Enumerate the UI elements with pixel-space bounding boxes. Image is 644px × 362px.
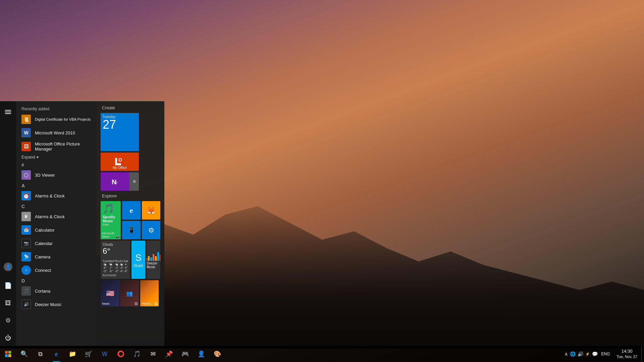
taskbar-app2[interactable]: 👤	[193, 346, 209, 362]
app-item-connect[interactable]: 📡 Camera	[16, 250, 97, 263]
forecast-thu: Thu 🌥 -2° -5°	[114, 259, 119, 273]
taskbar-app3[interactable]: 🎨	[209, 346, 225, 362]
forecast-sat-icon: ☀	[124, 263, 127, 266]
taskbar-sticky[interactable]: 📌	[161, 346, 177, 362]
taskbar-opera[interactable]: ⭕	[113, 346, 129, 362]
spotify-tile[interactable]: 🎵 Spotify Music Free Microsoft Store 📷	[101, 201, 121, 239]
taskbar: 🔍 ⧉ e 📁 🛒 W ⭕ 🎵 ✉ 📌 🎮 👤 🎨 ∧ 🌐 🔊 ⚡ 💬 ENG	[0, 346, 644, 362]
skype-label: Skype	[134, 264, 143, 267]
app-item-alarms[interactable]: ⏰ Alarms & Clock	[16, 189, 97, 202]
sidebar-icon-settings[interactable]: ⚙	[0, 312, 16, 328]
hamburger-menu[interactable]	[0, 104, 16, 120]
photos-tile[interactable]: Photos 🖼	[140, 280, 159, 306]
weather-temp: 6°	[103, 246, 110, 256]
forecast-thu-day: Thu	[114, 259, 119, 263]
tray-volume[interactable]: 🔊	[578, 351, 583, 357]
picture-manager-label: Microsoft Office Picture Manager	[35, 141, 91, 152]
forecast-tue-hi: 6°	[104, 266, 107, 269]
my-office-tile[interactable]: O My Office	[101, 153, 139, 171]
settings-gear-icon: ⚙	[148, 226, 154, 234]
taskbar-explorer[interactable]: 📁	[64, 346, 80, 362]
app-item-dolby[interactable]: 🔊 Deezer Music	[16, 298, 97, 311]
show-desktop-button[interactable]	[641, 346, 644, 362]
edge-tile[interactable]: e	[122, 201, 141, 220]
3dviewer-label: 3D Viewer	[35, 173, 55, 178]
taskbar-word[interactable]: W	[97, 346, 113, 362]
forecast-row: Tue 🌥 6° -2° Wed 🌦 1° -5° Thu	[103, 259, 128, 273]
tray-network[interactable]: 🌐	[570, 351, 576, 357]
digital-cert-icon: 📜	[21, 115, 31, 124]
expand-button[interactable]: Expand ▾	[16, 154, 97, 161]
tray-battery[interactable]: ⚡	[585, 352, 590, 356]
app-item-cortana[interactable]: ○ Connect	[16, 263, 97, 277]
onenote-tile[interactable]: N ♪ ⚙	[101, 172, 139, 191]
forecast-fri-lo: -6°	[119, 269, 123, 273]
letter-heading-d: D	[16, 277, 97, 284]
edge-icon: e	[130, 206, 133, 215]
app-item-word[interactable]: W Microsoft Word 2010	[16, 126, 97, 139]
app-item-camera[interactable]: 📷 Calendar	[16, 237, 97, 250]
connect-icon: 📡	[21, 252, 31, 261]
calendar-app-icon: 📅	[21, 225, 31, 235]
taskbar-deezer[interactable]: 🎵	[129, 346, 145, 362]
forecast-fri-hi: -3°	[119, 266, 123, 269]
sidebar-icon-pictures[interactable]: 🖼	[0, 295, 16, 311]
weather-tile[interactable]: Cloudy 6° Tue 🌥 6° -2° Wed 🌦	[101, 241, 130, 279]
forecast-wed-icon: 🌦	[109, 263, 112, 266]
app-item-3dviewer[interactable]: ⬡ 3D Viewer	[16, 168, 97, 182]
3dviewer-icon: ⬡	[21, 170, 31, 180]
forecast-tue-icon: 🌥	[104, 263, 107, 266]
skype-tile[interactable]: S Skype	[131, 241, 145, 279]
weather-location: Bucharest	[103, 274, 116, 277]
skype-icon: S	[135, 252, 142, 263]
forecast-wed: Wed 🌦 1° -5°	[108, 259, 114, 273]
taskbar-clock[interactable]: 14:30 Tue, Nov, 27	[612, 348, 641, 360]
news-tile[interactable]: 🇺🇸 👥 News 🖼	[101, 280, 139, 306]
news-img-icon: 🖼	[135, 302, 138, 305]
small-tiles-grid: e 🦊 📱 ⚙	[122, 201, 160, 239]
calculator-icon: 🖩	[21, 212, 31, 221]
news-label: News	[102, 302, 110, 305]
tray-expand[interactable]: ∧	[565, 351, 568, 357]
alarms-label: Alarms & Clock	[35, 193, 65, 198]
deezer-tile[interactable]: Deezer Music	[147, 241, 160, 279]
letter-heading-c: C	[16, 202, 97, 210]
start-menu: 👤 📄 🖼 ⚙ ⏻ Recently added 📜 Digital Certi…	[0, 101, 164, 346]
taskbar-taskview[interactable]: ⧉	[32, 346, 48, 362]
phone-tile[interactable]: 📱	[122, 221, 141, 239]
taskbar-mail[interactable]: ✉	[145, 346, 161, 362]
camera-icon: 📷	[21, 239, 31, 248]
taskbar-store[interactable]: 🛒	[80, 346, 97, 362]
bottom-tiles-row: 🇺🇸 👥 News 🖼 Photos 🖼	[101, 280, 160, 306]
forecast-thu-icon: 🌥	[115, 263, 118, 266]
sidebar-icon-power[interactable]: ⏻	[0, 330, 16, 346]
store-camera-icon: 📷	[116, 235, 119, 238]
firefox-tile[interactable]: 🦊	[142, 201, 160, 220]
taskbar-search[interactable]: 🔍	[16, 346, 32, 362]
forecast-fri-icon: 🌥	[120, 263, 123, 266]
language-indicator[interactable]: ENG	[601, 352, 610, 356]
taskbar-app1[interactable]: 🎮	[177, 346, 193, 362]
app-item-deezer[interactable]: 🎵 Cortana	[16, 284, 97, 298]
app-item-picture-manager[interactable]: 🖼 Microsoft Office Picture Manager	[16, 139, 97, 154]
app-item-digital-cert[interactable]: 📜 Digital Certificate for VBA Projects	[16, 113, 97, 126]
forecast-fri-day: Fri	[120, 259, 123, 263]
tray-action-center[interactable]: 💬	[592, 351, 598, 357]
taskbar-edge[interactable]: e	[48, 346, 64, 362]
desktop: 👤 📄 🖼 ⚙ ⏻ Recently added 📜 Digital Certi…	[0, 0, 644, 362]
calendar-label: Calculator	[35, 228, 55, 233]
settings-tile[interactable]: ⚙	[142, 221, 160, 239]
spotify-name: Spotify Music	[103, 215, 119, 223]
weather-condition: Cloudy	[103, 243, 113, 246]
app-item-calculator[interactable]: 🖩 Alarms & Clock	[16, 210, 97, 223]
sidebar-icon-user[interactable]: 👤	[0, 259, 16, 275]
forecast-tue: Tue 🌥 6° -2°	[103, 259, 108, 273]
start-app-list: Recently added 📜 Digital Certificate for…	[16, 101, 97, 346]
calendar-tile[interactable]: Tuesday 27	[101, 113, 139, 151]
app-item-calendar[interactable]: 📅 Calculator	[16, 223, 97, 237]
connect-label: Camera	[35, 254, 50, 259]
start-button[interactable]	[0, 346, 16, 362]
sidebar-icon-documents[interactable]: 📄	[0, 278, 16, 294]
start-sidebar: 👤 📄 🖼 ⚙ ⏻	[0, 101, 16, 346]
forecast-tue-lo: -2°	[103, 269, 107, 273]
